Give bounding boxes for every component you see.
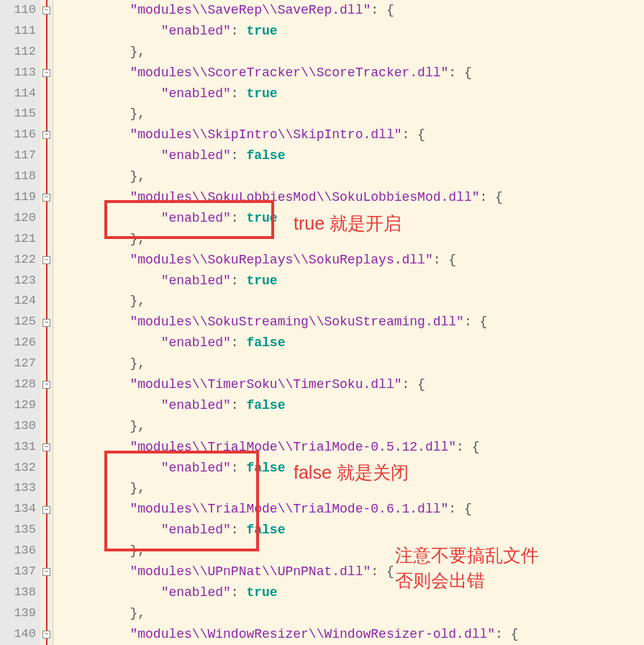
- code-line[interactable]: },: [68, 353, 644, 374]
- line-number: 130: [0, 416, 36, 437]
- line-number: 140: [0, 624, 36, 645]
- fold-toggle-icon[interactable]: −: [42, 256, 50, 264]
- fold-toggle-icon[interactable]: −: [42, 381, 50, 389]
- code-line[interactable]: "enabled": true: [68, 208, 644, 229]
- line-number: 124: [0, 291, 36, 312]
- code-line[interactable]: },: [68, 603, 644, 624]
- code-line[interactable]: "modules\\SokuStreaming\\SokuStreaming.d…: [68, 312, 644, 333]
- fold-toggle-icon[interactable]: −: [42, 6, 50, 14]
- line-number: 121: [0, 229, 36, 250]
- code-line[interactable]: "enabled": true: [68, 21, 644, 42]
- code-line[interactable]: "enabled": false: [68, 145, 644, 166]
- code-line[interactable]: "modules\\TrialMode\\TrialMode-0.5.12.dl…: [68, 437, 644, 458]
- fold-toggle-icon[interactable]: −: [42, 568, 50, 576]
- fold-toggle-icon[interactable]: −: [42, 194, 50, 202]
- code-line[interactable]: "enabled": false: [68, 395, 644, 416]
- line-number: 139: [0, 603, 36, 624]
- code-editor[interactable]: 1101111121131141151161171181191201211221…: [0, 0, 644, 645]
- line-number: 125: [0, 312, 36, 333]
- line-number: 126: [0, 333, 36, 353]
- line-number: 120: [0, 208, 36, 229]
- code-line[interactable]: "modules\\UPnPNat\\UPnPNat.dll": {: [68, 561, 644, 582]
- code-line[interactable]: "modules\\SokuReplays\\SokuReplays.dll":…: [68, 250, 644, 271]
- line-number: 128: [0, 374, 36, 395]
- code-line[interactable]: "enabled": false: [68, 333, 644, 353]
- code-line[interactable]: "enabled": true: [68, 582, 644, 603]
- line-number: 137: [0, 561, 36, 582]
- code-line[interactable]: "modules\\WindowResizer\\WindowResizer-o…: [68, 624, 644, 645]
- line-number: 136: [0, 541, 36, 561]
- line-number: 118: [0, 166, 36, 187]
- line-number: 119: [0, 187, 36, 208]
- code-line[interactable]: "modules\\SokuLobbiesMod\\SokuLobbiesMod…: [68, 187, 644, 208]
- code-line[interactable]: "modules\\SaveRep\\SaveRep.dll": {: [68, 0, 644, 21]
- fold-toggle-icon[interactable]: −: [42, 69, 50, 77]
- line-number: 138: [0, 582, 36, 603]
- line-number: 111: [0, 21, 36, 42]
- code-line[interactable]: },: [68, 541, 644, 561]
- line-number: 131: [0, 437, 36, 458]
- code-line[interactable]: },: [68, 166, 644, 187]
- line-number: 129: [0, 395, 36, 416]
- code-line[interactable]: },: [68, 291, 644, 312]
- code-line[interactable]: },: [68, 42, 644, 63]
- line-number: 122: [0, 250, 36, 271]
- line-number-gutter: 1101111121131141151161171181191201211221…: [0, 0, 40, 645]
- code-line[interactable]: "modules\\ScoreTracker\\ScoreTracker.dll…: [68, 63, 644, 84]
- code-line[interactable]: "enabled": false: [68, 520, 644, 541]
- fold-toggle-icon[interactable]: −: [42, 131, 50, 139]
- code-line[interactable]: },: [68, 478, 644, 499]
- fold-toggle-icon[interactable]: −: [42, 319, 50, 327]
- code-line[interactable]: "enabled": true: [68, 271, 644, 292]
- line-number: 112: [0, 42, 36, 63]
- editor-margin: [53, 0, 68, 645]
- fold-column[interactable]: −−−−−−−−−−−: [40, 0, 53, 645]
- line-number: 135: [0, 520, 36, 541]
- fold-toggle-icon[interactable]: −: [42, 631, 50, 639]
- line-number: 110: [0, 0, 36, 21]
- code-area[interactable]: "modules\\SaveRep\\SaveRep.dll": { "enab…: [68, 0, 644, 645]
- line-number: 113: [0, 63, 36, 84]
- code-line[interactable]: },: [68, 229, 644, 250]
- code-line[interactable]: },: [68, 416, 644, 437]
- line-number: 123: [0, 271, 36, 292]
- line-number: 117: [0, 145, 36, 166]
- code-line[interactable]: "modules\\TimerSoku\\TimerSoku.dll": {: [68, 374, 644, 395]
- code-line[interactable]: "enabled": true: [68, 84, 644, 104]
- code-line[interactable]: "modules\\TrialMode\\TrialMode-0.6.1.dll…: [68, 499, 644, 520]
- code-line[interactable]: },: [68, 104, 644, 125]
- line-number: 115: [0, 104, 36, 125]
- line-number: 127: [0, 353, 36, 374]
- fold-toggle-icon[interactable]: −: [42, 443, 50, 451]
- line-number: 134: [0, 499, 36, 520]
- fold-toggle-icon[interactable]: −: [42, 506, 50, 514]
- line-number: 114: [0, 84, 36, 104]
- line-number: 133: [0, 478, 36, 499]
- code-line[interactable]: "modules\\SkipIntro\\SkipIntro.dll": {: [68, 125, 644, 145]
- line-number: 132: [0, 458, 36, 479]
- code-line[interactable]: "enabled": false: [68, 458, 644, 479]
- line-number: 116: [0, 125, 36, 145]
